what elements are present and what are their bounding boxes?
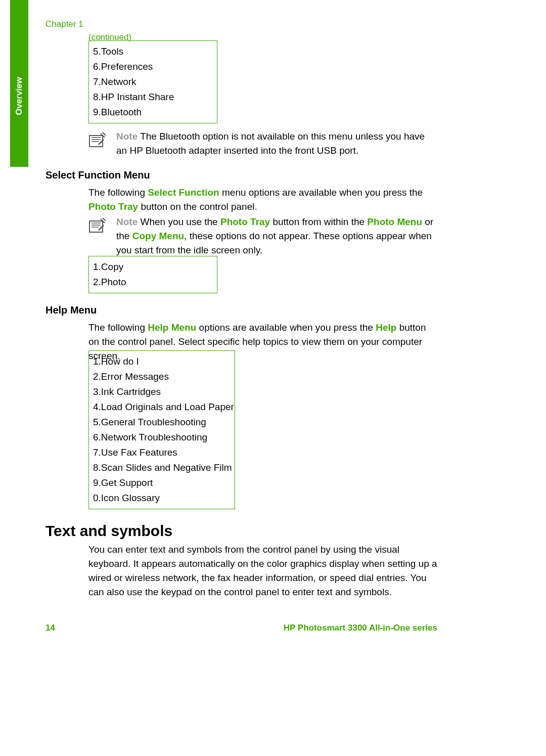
menu-item: 6.Network Troubleshooting <box>93 430 231 445</box>
note-lead: Note <box>116 216 138 227</box>
side-tab: Overview <box>10 0 28 167</box>
term-photo-tray: Photo Tray <box>88 201 138 212</box>
note-photo-tray: Note When you use the Photo Tray button … <box>88 215 437 257</box>
menu-item: 0.Icon Glossary <box>93 491 231 506</box>
menu-item: 5.General Troubleshooting <box>93 415 231 430</box>
footer-product: HP Photosmart 3300 All-in-One series <box>284 623 437 633</box>
heading-help-menu: Help Menu <box>46 304 97 316</box>
select-function-para: The following Select Function menu optio… <box>88 186 437 214</box>
help-menu-box: 1.How do I 2.Error Messages 3.Ink Cartri… <box>88 350 235 509</box>
menu-item: 7.Network <box>93 74 213 90</box>
menu-item: 5.Tools <box>93 44 213 59</box>
term-select-function: Select Function <box>148 187 219 198</box>
menu-item: 7.Use Fax Features <box>93 445 231 460</box>
page-number: 14 <box>46 623 55 633</box>
menu-item: 4.Load Originals and Load Paper <box>93 399 231 415</box>
heading-select-function: Select Function Menu <box>46 169 150 181</box>
menu-item: 8.Scan Slides and Negative Film <box>93 460 231 475</box>
note-text: Note The Bluetooth option is not availab… <box>116 129 437 158</box>
page: Overview Chapter 1 (continued) 5.Tools 6… <box>0 0 546 756</box>
menu-item: 2.Error Messages <box>93 369 231 384</box>
note-icon <box>88 130 109 151</box>
menu-item: 1.How do I <box>93 354 231 369</box>
menu-item: 9.Bluetooth <box>93 105 213 120</box>
menu-item: 2.Photo <box>93 275 213 290</box>
chapter-label: Chapter 1 <box>46 19 83 29</box>
select-function-menu-box: 1.Copy 2.Photo <box>88 256 217 293</box>
note-body: The Bluetooth option is not available on… <box>116 131 425 156</box>
text-and-symbols-para: You can enter text and symbols from the … <box>88 543 437 599</box>
menu-item: 9.Get Support <box>93 475 231 491</box>
note-text: Note When you use the Photo Tray button … <box>116 215 437 257</box>
note-lead: Note <box>116 131 138 142</box>
term-help: Help <box>376 322 396 333</box>
menu-item: 3.Ink Cartridges <box>93 384 231 399</box>
menu-item: 8.HP Instant Share <box>93 90 213 105</box>
menu-item: 6.Preferences <box>93 59 213 74</box>
note-bluetooth: Note The Bluetooth option is not availab… <box>88 129 437 158</box>
heading-text-and-symbols: Text and symbols <box>46 522 172 540</box>
menu-item: 1.Copy <box>93 259 213 275</box>
term-photo-tray: Photo Tray <box>220 216 270 227</box>
note-icon <box>88 216 109 236</box>
term-copy-menu: Copy Menu <box>132 231 184 241</box>
term-photo-menu: Photo Menu <box>367 216 422 227</box>
setup-menu-box: 5.Tools 6.Preferences 7.Network 8.HP Ins… <box>88 40 217 123</box>
term-help-menu: Help Menu <box>148 322 196 333</box>
side-tab-label: Overview <box>14 77 24 115</box>
